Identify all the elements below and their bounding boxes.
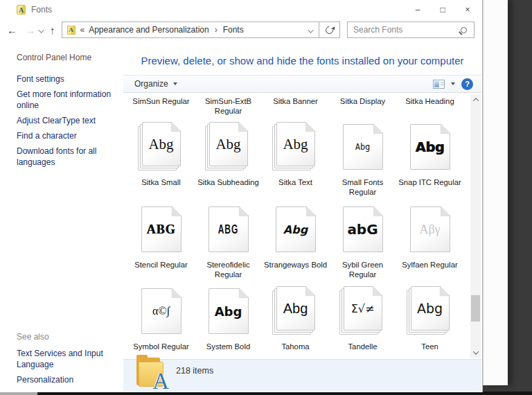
breadcrumb-appearance-personalization[interactable]: Appearance and Personalization xyxy=(89,25,209,35)
font-tile-label: Sitka Display xyxy=(340,96,385,106)
font-preview-glyphs: Abg xyxy=(277,287,314,330)
search-box xyxy=(347,21,475,38)
page-title: Preview, delete, or show and hide the fo… xyxy=(123,55,481,67)
font-file-icon: ABG xyxy=(137,204,186,256)
font-preview-glyphs: Abg xyxy=(209,289,248,333)
recent-pages-dropdown[interactable] xyxy=(40,24,44,36)
vertical-scrollbar[interactable] xyxy=(470,94,481,358)
breadcrumb-separator: › xyxy=(215,25,218,35)
font-file-icon: Abg xyxy=(204,286,253,337)
font-tile-label: Strangeways Bold xyxy=(264,260,327,270)
folder-letter-a: A xyxy=(152,370,169,393)
window-title: Fonts xyxy=(31,5,52,15)
font-tile-label: Sitka Banner xyxy=(273,96,318,106)
sidebar-item-control-panel-home[interactable]: Control Panel Home xyxy=(17,52,116,63)
refresh-button[interactable] xyxy=(319,21,340,38)
breadcrumb-overflow-chevrons[interactable]: « xyxy=(80,25,85,35)
font-tile[interactable]: Sitka Banner xyxy=(262,96,329,116)
font-tile[interactable]: AbgSnap ITC Regular xyxy=(396,122,463,197)
font-tile[interactable]: SimSun-ExtB Regular xyxy=(195,96,262,116)
font-tile-label: Sybil Green Regular xyxy=(329,260,396,279)
font-tile[interactable]: AbgSitka Small xyxy=(127,122,195,197)
font-tile-label: Symbol Regular xyxy=(133,342,188,351)
chevron-down-icon xyxy=(308,27,314,33)
background-window-strip xyxy=(483,0,508,385)
change-view-button[interactable] xyxy=(433,80,445,89)
scrollbar-thumb[interactable] xyxy=(471,295,480,322)
font-tile[interactable]: AbgSitka Subheading xyxy=(195,122,262,197)
sidebar-item-font-settings[interactable]: Font settings xyxy=(17,73,115,85)
scroll-down-button[interactable] xyxy=(470,347,481,358)
maximize-button[interactable]: □ xyxy=(437,5,448,15)
fonts-folder-icon: A xyxy=(67,26,76,35)
sidebar-item-text-services[interactable]: Text Services and Input Language xyxy=(17,348,115,370)
search-input[interactable] xyxy=(348,25,461,35)
refresh-icon xyxy=(324,24,335,35)
font-page: Abg xyxy=(343,124,383,170)
sidebar-item-get-more-font-info[interactable]: Get more font information online xyxy=(17,89,115,111)
font-preview-glyphs: α©∫ xyxy=(142,289,181,333)
navigation-bar: ← → ↑ A « Appearance and Personalization… xyxy=(0,19,482,40)
font-tile[interactable]: AβγSylfaen Regular xyxy=(396,204,463,279)
font-tile[interactable]: ABGStencil Regular xyxy=(127,204,195,279)
font-tile[interactable]: AbgStrangeways Bold xyxy=(262,204,329,279)
address-bar[interactable]: A « Appearance and Personalization › Fon… xyxy=(62,21,320,38)
font-page: ABG xyxy=(141,207,181,252)
font-file-icon: α©∫ xyxy=(137,286,186,337)
font-page: Abg xyxy=(411,286,450,331)
font-tile-label: Teen xyxy=(421,342,438,351)
font-tile[interactable]: SimSun Regular xyxy=(127,96,195,116)
font-file-icon: Abg xyxy=(272,204,320,256)
close-button[interactable]: × xyxy=(462,5,473,15)
font-tile[interactable]: Sitka Display xyxy=(329,96,396,116)
sidebar-item-download-fonts[interactable]: Download fonts for all languages xyxy=(17,146,115,168)
minimize-button[interactable]: – xyxy=(412,5,423,15)
forward-button[interactable]: → xyxy=(25,25,35,35)
sidebar: Control Panel Home Font settings Get mor… xyxy=(0,40,123,359)
fonts-folder-large-icon: A xyxy=(136,355,169,391)
command-toolbar: Organize ? xyxy=(123,75,481,93)
sidebar-item-personalization[interactable]: Personalization xyxy=(17,374,115,385)
sidebar-item-find-character[interactable]: Find a character xyxy=(17,130,115,141)
font-family-stack-icon: Σ√≠ xyxy=(339,286,387,337)
address-dropdown[interactable] xyxy=(310,24,314,36)
font-page: abG xyxy=(343,207,383,252)
see-also-heading: See also xyxy=(17,331,116,342)
breadcrumb-fonts[interactable]: Fonts xyxy=(223,25,244,35)
font-tile[interactable]: Σ√≠Tandelle xyxy=(329,286,396,351)
font-tile[interactable]: Sitka Heading xyxy=(396,96,463,116)
font-file-icon: Abg xyxy=(339,122,387,173)
font-tile[interactable]: abGSybil Green Regular xyxy=(329,204,396,279)
font-tile[interactable]: AbgSitka Text xyxy=(262,122,329,197)
font-preview-glyphs: ABG xyxy=(142,207,181,252)
font-page: Σ√≠ xyxy=(344,286,382,331)
font-page: Aβγ xyxy=(410,207,450,252)
font-tile[interactable]: ABGStereofidelic Regular xyxy=(195,204,262,279)
font-tile[interactable]: α©∫Symbol Regular xyxy=(127,286,195,351)
font-tile-label: Sylfaen Regular xyxy=(402,260,457,270)
font-tile[interactable]: AbgSystem Bold xyxy=(195,286,262,351)
titlebar: A Fonts – □ × xyxy=(0,0,482,19)
font-tile[interactable]: AbgSmall Fonts Regular xyxy=(329,122,396,197)
up-button[interactable]: ↑ xyxy=(50,25,55,35)
organize-label: Organize xyxy=(134,79,168,89)
font-file-icon: Aβγ xyxy=(406,204,454,256)
status-bar: A 218 items xyxy=(123,359,481,392)
sidebar-item-adjust-cleartype[interactable]: Adjust ClearType text xyxy=(17,115,115,126)
scroll-up-button[interactable] xyxy=(470,94,481,105)
font-tile[interactable]: AbgTahoma xyxy=(262,286,329,351)
font-page: ABG xyxy=(209,207,249,252)
font-page: Abg xyxy=(209,122,248,166)
font-tile-label: Tandelle xyxy=(348,342,377,351)
font-file-icon: abG xyxy=(339,204,387,256)
font-page: Abg xyxy=(276,122,315,166)
font-page: α©∫ xyxy=(141,288,181,334)
organize-button[interactable]: Organize xyxy=(134,79,177,89)
font-tile-label: Stereofidelic Regular xyxy=(195,260,262,279)
back-button[interactable]: ← xyxy=(7,25,17,35)
font-tile[interactable]: AbgTeen xyxy=(396,286,463,351)
font-tile-label: Sitka Small xyxy=(141,177,181,187)
view-options-dropdown[interactable] xyxy=(451,82,455,85)
help-button[interactable]: ? xyxy=(461,78,473,90)
font-page: Abg xyxy=(410,124,450,170)
